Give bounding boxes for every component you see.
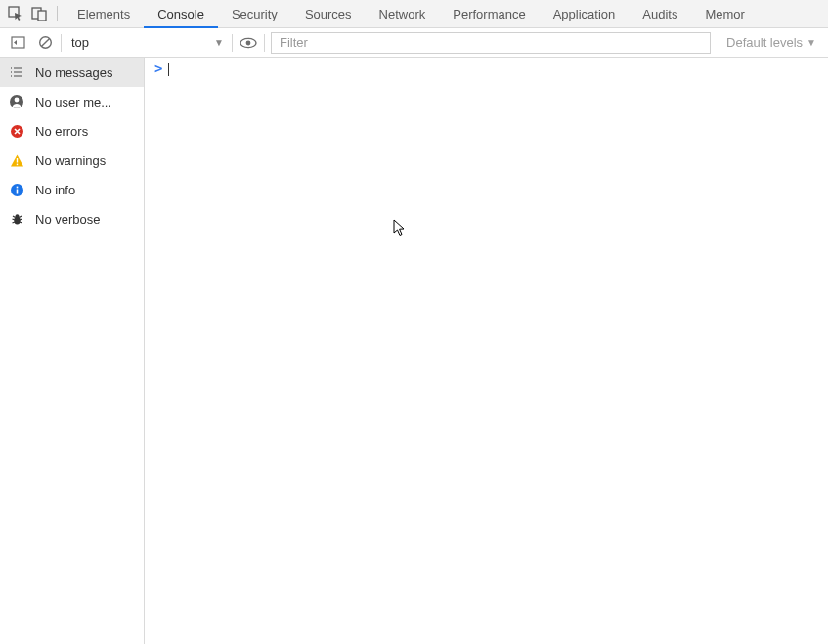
- svg-marker-4: [14, 40, 17, 45]
- chevron-down-icon: ▼: [214, 37, 224, 48]
- console-prompt-line[interactable]: >: [145, 58, 828, 79]
- bug-icon: [8, 210, 25, 228]
- sidebar-item-label: No user me...: [35, 95, 111, 109]
- warning-icon: [8, 151, 25, 169]
- tab-network[interactable]: Network: [366, 0, 440, 27]
- tab-label: Security: [232, 7, 278, 21]
- tab-label: Elements: [77, 7, 130, 21]
- svg-point-16: [15, 98, 20, 103]
- svg-line-30: [13, 216, 16, 218]
- svg-rect-23: [16, 186, 18, 188]
- tab-label: Sources: [305, 7, 352, 21]
- mouse-cursor-icon: [393, 219, 407, 236]
- panel-tabs: Elements Console Security Sources Networ…: [64, 0, 759, 27]
- tab-label: Memor: [705, 7, 744, 21]
- tab-console[interactable]: Console: [144, 0, 218, 27]
- svg-point-25: [15, 214, 19, 218]
- console-main: No messages No user me... No errors No w…: [0, 58, 828, 644]
- levels-label: Default levels: [726, 35, 803, 50]
- tab-elements[interactable]: Elements: [64, 0, 144, 27]
- context-select[interactable]: top ▼: [65, 32, 230, 54]
- prompt-icon: >: [154, 61, 162, 76]
- svg-line-26: [12, 219, 15, 220]
- svg-line-27: [20, 219, 22, 220]
- user-icon: [8, 93, 25, 110]
- inspect-element-icon[interactable]: [4, 1, 27, 26]
- tab-label: Network: [379, 7, 426, 21]
- info-icon: [8, 181, 25, 198]
- context-value: top: [71, 35, 89, 50]
- tab-label: Performance: [453, 7, 525, 21]
- list-icon: [8, 64, 25, 81]
- log-levels-select[interactable]: Default levels ▼: [719, 35, 824, 50]
- sidebar-item-info[interactable]: No info: [0, 175, 144, 204]
- svg-line-6: [41, 38, 49, 46]
- filter-input[interactable]: [271, 32, 711, 54]
- sidebar-item-user[interactable]: No user me...: [0, 87, 144, 116]
- live-expression-icon[interactable]: [235, 30, 262, 56]
- tab-label: Audits: [642, 7, 677, 21]
- tab-label: Application: [553, 7, 616, 21]
- tab-application[interactable]: Application: [540, 0, 630, 27]
- separator: [57, 6, 58, 21]
- svg-rect-19: [16, 158, 17, 163]
- sidebar-item-label: No info: [35, 183, 75, 197]
- tab-security[interactable]: Security: [218, 0, 291, 27]
- svg-line-31: [19, 216, 22, 218]
- sidebar-item-label: No errors: [35, 124, 88, 139]
- error-icon: [8, 122, 25, 140]
- svg-rect-20: [16, 163, 17, 165]
- chevron-down-icon: ▼: [806, 37, 816, 48]
- svg-line-28: [12, 222, 15, 223]
- svg-rect-22: [16, 189, 18, 193]
- console-output-area[interactable]: >: [145, 58, 828, 644]
- separator: [61, 34, 62, 52]
- console-sub-toolbar: top ▼ Default levels ▼: [0, 28, 828, 58]
- sidebar-item-messages[interactable]: No messages: [0, 58, 144, 87]
- separator: [232, 34, 233, 52]
- devtools-top-toolbar: Elements Console Security Sources Networ…: [0, 0, 828, 28]
- tab-performance[interactable]: Performance: [439, 0, 539, 27]
- sidebar-item-errors[interactable]: No errors: [0, 116, 144, 146]
- tab-sources[interactable]: Sources: [291, 0, 366, 27]
- tab-memory[interactable]: Memor: [691, 0, 758, 27]
- sidebar-item-label: No verbose: [35, 212, 100, 227]
- clear-console-icon[interactable]: [31, 30, 59, 56]
- separator: [264, 34, 265, 52]
- toggle-device-toolbar-icon[interactable]: [27, 1, 51, 26]
- sidebar-item-label: No messages: [35, 65, 112, 80]
- sidebar-item-label: No warnings: [35, 153, 106, 168]
- toggle-sidebar-icon[interactable]: [4, 30, 31, 56]
- svg-rect-2: [38, 11, 46, 21]
- tab-audits[interactable]: Audits: [629, 0, 691, 27]
- svg-line-29: [20, 222, 22, 223]
- tab-label: Console: [157, 7, 204, 21]
- text-cursor: [168, 63, 169, 76]
- sidebar-item-warnings[interactable]: No warnings: [0, 146, 144, 175]
- console-sidebar: No messages No user me... No errors No w…: [0, 58, 145, 644]
- svg-point-8: [246, 40, 251, 45]
- svg-rect-3: [12, 37, 24, 48]
- sidebar-item-verbose[interactable]: No verbose: [0, 204, 144, 234]
